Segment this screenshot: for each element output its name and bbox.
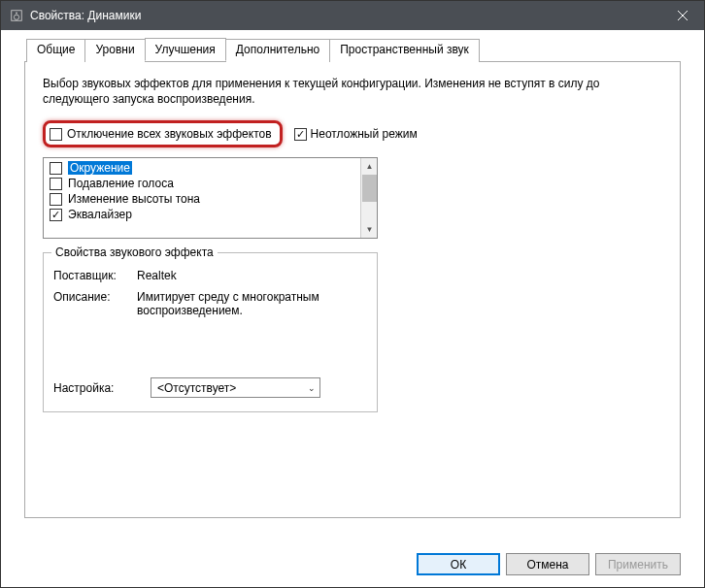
effect-checkbox[interactable]: [50, 178, 62, 190]
effect-checkbox[interactable]: [50, 209, 62, 221]
list-item[interactable]: Подавление голоса: [44, 176, 377, 191]
effect-checkbox[interactable]: [50, 162, 62, 175]
list-item[interactable]: Эквалайзер: [44, 207, 377, 222]
svg-rect-0: [12, 11, 22, 21]
tab-strip: Общие Уровни Улучшения Дополнительно Про…: [24, 38, 681, 62]
options-row: Отключение всех звуковых эффектов Неотло…: [43, 120, 662, 147]
setting-select[interactable]: <Отсутствует> ⌄: [151, 377, 320, 398]
immediate-mode-checkbox[interactable]: [294, 128, 307, 141]
description-value: Имитирует среду с многократным воспроизв…: [137, 290, 367, 317]
tab-spatial[interactable]: Пространственный звук: [329, 39, 480, 62]
effect-label: Эквалайзер: [68, 208, 132, 221]
tab-enhancements[interactable]: Улучшения: [145, 38, 226, 61]
setting-value: <Отсутствует>: [157, 381, 236, 395]
description-label: Описание:: [53, 290, 137, 317]
panel-description: Выбор звуковых эффектов для применения к…: [43, 76, 662, 107]
effect-checkbox[interactable]: [50, 193, 62, 206]
disable-all-effects-checkbox[interactable]: [50, 128, 62, 141]
provider-value: Realtek: [137, 269, 367, 282]
titlebar: Свойства: Динамики: [1, 1, 704, 30]
cancel-button[interactable]: Отмена: [506, 553, 589, 575]
tab-general[interactable]: Общие: [26, 39, 85, 62]
provider-label: Поставщик:: [53, 269, 137, 282]
scroll-thumb[interactable]: [362, 175, 377, 202]
chevron-down-icon: ⌄: [308, 383, 316, 393]
effects-listbox[interactable]: Окружение Подавление голоса Изменение вы…: [43, 157, 378, 239]
group-title: Свойства звукового эффекта: [51, 245, 218, 259]
dialog-footer: ОК Отмена Применить: [417, 553, 681, 575]
svg-point-2: [16, 13, 17, 15]
effects-list-inner: Окружение Подавление голоса Изменение вы…: [44, 158, 377, 224]
setting-label: Настройка:: [53, 381, 151, 395]
effect-label: Подавление голоса: [68, 177, 174, 190]
highlight-callout: Отключение всех звуковых эффектов: [43, 120, 283, 147]
close-button[interactable]: [660, 1, 704, 30]
content-area: Общие Уровни Улучшения Дополнительно Про…: [1, 30, 704, 587]
window-title: Свойства: Динамики: [30, 9, 141, 22]
apply-button[interactable]: Применить: [595, 553, 681, 575]
tab-panel: Выбор звуковых эффектов для применения к…: [24, 62, 681, 518]
disable-all-effects-label: Отключение всех звуковых эффектов: [67, 127, 272, 141]
effect-label: Окружение: [68, 161, 132, 175]
effect-label: Изменение высоты тона: [68, 192, 200, 206]
tab-levels[interactable]: Уровни: [84, 39, 145, 62]
ok-button[interactable]: ОК: [417, 553, 500, 575]
tab-advanced[interactable]: Дополнительно: [225, 39, 330, 62]
speaker-icon: [9, 8, 24, 23]
svg-point-1: [14, 15, 18, 19]
list-item[interactable]: Окружение: [44, 160, 377, 176]
scroll-down-icon[interactable]: ▼: [361, 221, 378, 238]
list-item[interactable]: Изменение высоты тона: [44, 191, 377, 207]
effect-properties-group: Свойства звукового эффекта Поставщик: Re…: [43, 252, 378, 412]
immediate-mode-label: Неотложный режим: [311, 127, 418, 141]
scroll-up-icon[interactable]: ▲: [361, 158, 378, 175]
scrollbar[interactable]: ▲ ▼: [360, 158, 377, 238]
